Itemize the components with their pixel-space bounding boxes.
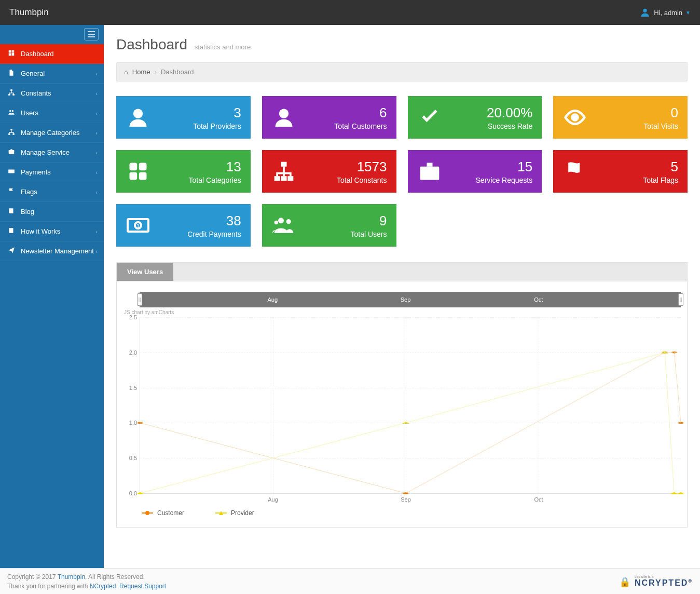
- svg-rect-21: [281, 176, 286, 181]
- sidebar-item-payments[interactable]: Payments‹: [0, 163, 104, 182]
- svg-rect-20: [274, 176, 280, 181]
- chevron-left-icon: ‹: [95, 90, 98, 97]
- eye-icon: [562, 105, 587, 130]
- sidebar-item-label: Flags: [21, 188, 37, 196]
- slider-grip-left[interactable]: ||: [137, 293, 142, 306]
- stat-card-total-visits[interactable]: 0Total Visits: [553, 96, 688, 139]
- sidebar-item-manage-categories[interactable]: Manage Categories‹: [0, 123, 104, 143]
- stat-card-service-requests[interactable]: 15Service Requests: [408, 150, 542, 193]
- svg-rect-1: [10, 89, 12, 91]
- stat-value: 0: [643, 105, 678, 121]
- sidebar-item-users[interactable]: Users‹: [0, 103, 104, 123]
- stat-card-total-customers[interactable]: 6Total Customers: [262, 96, 396, 139]
- sidebar-item-general[interactable]: General‹: [0, 64, 104, 84]
- breadcrumb-home[interactable]: Home: [132, 68, 150, 76]
- ncrypted-brand-text: NCRYPTED: [635, 578, 688, 587]
- footer-ncrypted-link[interactable]: NCrypted: [90, 583, 116, 590]
- chart-tabs: View Users: [116, 262, 688, 281]
- brand-name[interactable]: Thumbpin: [9, 7, 49, 18]
- sidebar-item-label: Blog: [21, 208, 34, 215]
- vgridline: [406, 317, 406, 493]
- vgridline: [273, 317, 273, 493]
- svg-rect-18: [139, 172, 147, 180]
- chevron-left-icon: ‹: [95, 110, 98, 116]
- sidebar-item-label: How it Works: [21, 227, 60, 235]
- sidebar-item-newsletter-management[interactable]: Newsletter Management‹: [0, 241, 104, 261]
- chevron-left-icon: ‹: [95, 71, 98, 77]
- book-icon: [7, 227, 16, 236]
- ncrypted-tagline: this site is a: [635, 575, 693, 578]
- chart-range-slider[interactable]: || || AugSepOct: [140, 292, 681, 307]
- gridline: [140, 317, 681, 318]
- breadcrumb-current: Dashboard: [161, 68, 194, 76]
- stat-label: Service Requests: [476, 176, 533, 184]
- sidebar-item-blog[interactable]: Blog: [0, 202, 104, 222]
- slider-tick: Sep: [401, 296, 411, 303]
- stat-value: 15: [476, 159, 533, 175]
- legend-label: Customer: [157, 509, 184, 517]
- footer-support-link[interactable]: Request Support: [119, 583, 166, 590]
- stat-value: 3: [193, 105, 241, 121]
- sidebar-item-dashboard[interactable]: Dashboard: [0, 44, 104, 64]
- chevron-down-icon: ▼: [685, 10, 691, 16]
- stat-label: Total Constants: [337, 176, 387, 184]
- legend-swatch: [142, 512, 153, 514]
- stat-label: Total Customers: [334, 122, 387, 130]
- registered-mark: ®: [688, 578, 693, 584]
- briefcase-icon: [417, 159, 442, 184]
- user-menu[interactable]: Hi, admin ▼: [639, 7, 691, 18]
- stat-card-total-providers[interactable]: 3Total Providers: [116, 96, 251, 139]
- legend-item-provider[interactable]: Provider: [215, 509, 254, 517]
- stat-card-total-constants[interactable]: 1573Total Constants: [262, 150, 396, 193]
- y-axis-tick: 0.5: [129, 455, 140, 461]
- svg-rect-22: [287, 176, 293, 181]
- svg-marker-39: [677, 492, 685, 494]
- flag-icon: [7, 187, 16, 196]
- y-axis-tick: 2.0: [129, 349, 140, 356]
- gridline: [140, 353, 681, 353]
- svg-point-13: [279, 109, 289, 118]
- chart-credit: JS chart by amCharts: [124, 309, 683, 315]
- sidebar-toggle-button[interactable]: [84, 28, 99, 40]
- sidebar-item-manage-service[interactable]: Manage Service‹: [0, 143, 104, 163]
- breadcrumb: ⌂ Home › Dashboard: [116, 62, 688, 82]
- svg-rect-7: [8, 133, 10, 135]
- stat-label: Total Categories: [189, 176, 241, 184]
- svg-point-27: [278, 218, 284, 223]
- svg-rect-6: [10, 129, 12, 130]
- vgridline: [539, 317, 539, 493]
- stat-card-credit-payments[interactable]: 138Credit Payments: [116, 204, 251, 247]
- sitemap-icon: [271, 159, 296, 184]
- users-icon: [7, 109, 16, 117]
- sidebar-item-label: Users: [21, 109, 38, 117]
- tab-view-users[interactable]: View Users: [117, 263, 173, 281]
- footer-partner-a: Thank you for partnering with: [7, 583, 90, 590]
- send-icon: [7, 247, 16, 255]
- ncrypted-badge[interactable]: 🔒 this site is a NCRYPTED®: [619, 575, 693, 588]
- money-icon: 1: [126, 213, 150, 238]
- footer-brand-link[interactable]: Thumbpin: [58, 573, 85, 580]
- svg-point-4: [9, 110, 11, 112]
- sidebar-item-how-it-works[interactable]: How it Works‹: [0, 222, 104, 241]
- stat-card-total-users[interactable]: 9Total Users: [262, 204, 396, 247]
- sidebar-item-label: Newsletter Management: [21, 247, 94, 255]
- y-axis-tick: 1.5: [129, 385, 140, 391]
- sidebar-item-constants[interactable]: Constants‹: [0, 84, 104, 103]
- stat-card-total-flags[interactable]: 5Total Flags: [553, 150, 688, 193]
- legend-item-customer[interactable]: Customer: [142, 509, 184, 517]
- sidebar-item-label: Constants: [21, 89, 51, 97]
- sitemap-icon: [7, 128, 16, 137]
- slider-grip-right[interactable]: ||: [678, 293, 683, 306]
- sidebar-item-flags[interactable]: Flags‹: [0, 182, 104, 202]
- footer: Copyright © 2017 Thumbpin, All Rights Re…: [0, 568, 700, 594]
- check-icon: [417, 105, 442, 130]
- page-title-text: Dashboard: [116, 36, 187, 52]
- topbar: Thumbpin Hi, admin ▼: [0, 0, 700, 25]
- stat-card-success-rate[interactable]: 20.00%Success Rate: [408, 96, 542, 139]
- svg-rect-2: [8, 94, 10, 96]
- footer-copyright-a: Copyright © 2017: [7, 573, 58, 580]
- svg-point-0: [643, 9, 647, 12]
- user-avatar-icon: [639, 7, 651, 18]
- svg-rect-19: [281, 162, 286, 167]
- stat-card-total-categories[interactable]: 13Total Categories: [116, 150, 251, 193]
